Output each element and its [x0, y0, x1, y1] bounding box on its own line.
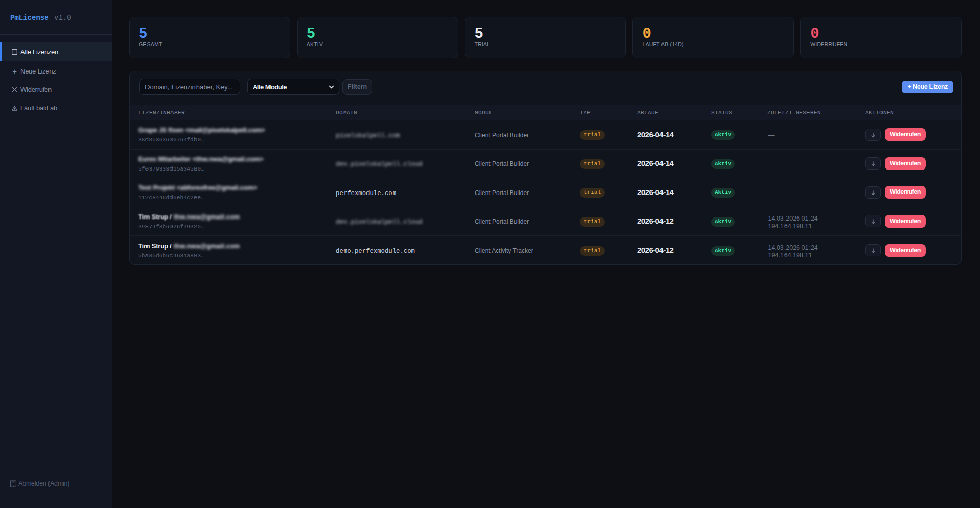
svg-text:FB: FB — [11, 484, 15, 487]
